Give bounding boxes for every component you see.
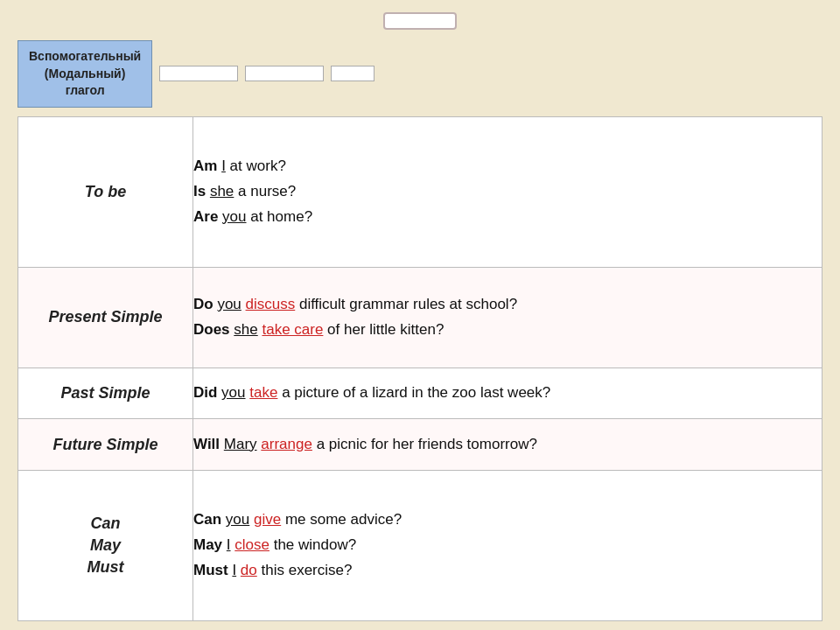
table-row: Future SimpleWill Mary arrange a picnic …	[18, 419, 822, 471]
aux-word: Do	[193, 296, 217, 312]
aux-word: Can	[193, 511, 226, 528]
row-content-past-simple: Did you take a picture of a lizard in th…	[193, 368, 822, 419]
subject-word: Mary	[224, 436, 257, 452]
subject-word: I	[227, 536, 231, 553]
verb-word: arrange	[261, 436, 312, 452]
plain-text: a nurse?	[234, 183, 296, 200]
verb-word: discuss	[246, 296, 296, 312]
subject-word: she	[210, 183, 234, 200]
table-row: CanMayMustCan you give me some advice?Ma…	[18, 471, 822, 621]
row-content-to-be: Am I at work?Is she a nurse?Are you at h…	[193, 116, 822, 267]
row-label-past-simple: Past Simple	[18, 368, 193, 419]
row-label-present-simple: Present Simple	[18, 267, 193, 368]
verb-word: give	[254, 511, 281, 528]
predicate-label	[245, 66, 324, 81]
aux-word: Must	[193, 562, 232, 578]
plain-text: a picture of a lizard in the zoo last we…	[277, 384, 550, 401]
table-row: Past SimpleDid you take a picture of a l…	[18, 368, 822, 419]
verb-word: close	[234, 536, 270, 553]
aux-word: Did	[193, 384, 221, 401]
subject-word: you	[222, 208, 246, 225]
plain-text: me some advice?	[281, 511, 402, 528]
aux-label: Вспомогательный(Модальный)глагол	[18, 40, 152, 108]
plain-text: the window?	[270, 536, 356, 553]
row-content-future-simple: Will Mary arrange a picnic for her frien…	[193, 419, 822, 471]
verb-word: take care	[262, 321, 323, 338]
plain-text: of her little kitten?	[323, 321, 444, 338]
plain-text: at work?	[226, 158, 286, 174]
subject-word: you	[226, 511, 249, 528]
dots-label	[331, 66, 374, 81]
main-table: To beAm I at work?Is she a nurse?Are you…	[18, 116, 822, 621]
subject-label	[159, 66, 238, 81]
subject-word: you	[221, 384, 245, 401]
plain-text: at home?	[247, 208, 313, 225]
aux-word: Does	[193, 321, 234, 338]
plain-text: this exercise?	[257, 562, 353, 578]
row-label-modal: CanMayMust	[18, 471, 193, 621]
aux-word: Am	[193, 158, 221, 174]
subject-word: you	[217, 296, 241, 312]
plain-text: a picnic for her friends tomorrow?	[312, 436, 537, 452]
aux-word: Is	[193, 183, 210, 200]
row-content-present-simple: Do you discuss difficult grammar rules a…	[193, 267, 822, 368]
row-label-future-simple: Future Simple	[18, 419, 193, 471]
verb-word: take	[249, 384, 277, 401]
table-row: Present SimpleDo you discuss difficult g…	[18, 267, 822, 368]
plain-text: difficult grammar rules at school?	[295, 296, 517, 312]
verb-word: do	[241, 562, 257, 578]
aux-word: Are	[193, 208, 222, 225]
aux-word: Will	[193, 436, 224, 452]
title-box	[383, 12, 457, 30]
table-row: To beAm I at work?Is she a nurse?Are you…	[18, 116, 822, 267]
header-row: Вспомогательный(Модальный)глагол	[18, 40, 822, 108]
aux-word: May	[193, 536, 227, 553]
row-label-to-be: To be	[18, 116, 193, 267]
row-content-modal: Can you give me some advice?May I close …	[193, 471, 822, 621]
subject-word: she	[234, 321, 257, 338]
